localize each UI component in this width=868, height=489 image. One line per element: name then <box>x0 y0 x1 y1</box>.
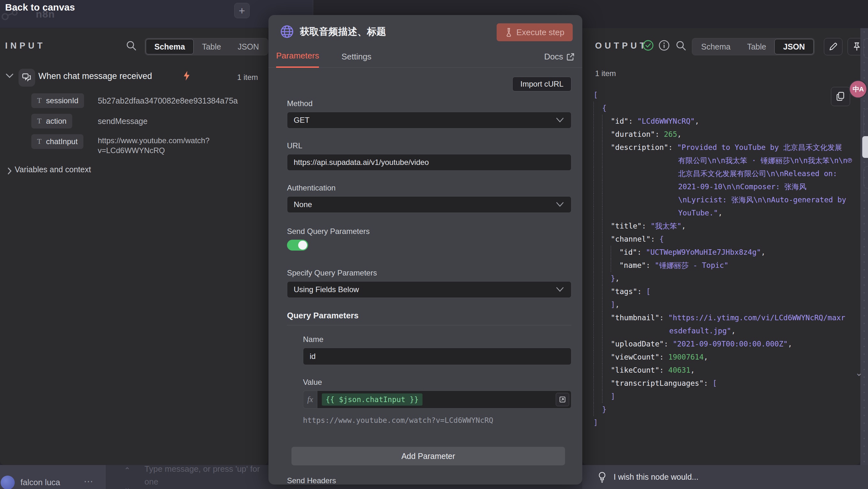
field-name: chatInput <box>46 137 78 146</box>
tab-input-json[interactable]: JSON <box>229 39 268 54</box>
edit-output-button[interactable] <box>824 38 842 55</box>
field-value-sessionid: 5b27ab2dfaa3470082e8ee931384a75a <box>98 96 238 106</box>
indent-guide <box>593 259 602 272</box>
indent-guide <box>593 233 602 246</box>
schema-field-chatinput[interactable]: T chatInput <box>31 134 84 149</box>
send-query-toggle[interactable] <box>287 240 308 251</box>
background-node-outline <box>864 38 868 58</box>
authentication-label: Authentication <box>287 183 571 192</box>
chevron-up-icon[interactable]: ⌃ <box>124 466 130 475</box>
pencil-icon <box>829 42 838 51</box>
indent-guide <box>602 325 611 337</box>
background-node-outline <box>864 166 868 189</box>
input-panel: INPUT Schema Table JSON When chat messag… <box>0 28 268 465</box>
authentication-select[interactable]: None <box>287 196 571 213</box>
json-line: "id": "UCTWepW9YoMuHIe7JHbx8z4g", <box>593 246 852 259</box>
expand-expression-button[interactable] <box>556 393 569 406</box>
chevron-down-icon <box>556 202 564 207</box>
indent-guide <box>593 403 602 416</box>
background-node-outline <box>864 109 868 139</box>
tab-output-json[interactable]: JSON <box>774 39 813 54</box>
json-line: "duration": 265, <box>593 128 852 141</box>
json-line: { <box>593 102 852 115</box>
node-feedback-bar[interactable]: I wish this node would... <box>582 465 868 489</box>
expand-chevron-icon[interactable] <box>7 167 12 175</box>
chat-input-placeholder: one <box>145 477 158 487</box>
input-items-count: 1 item <box>237 73 258 82</box>
json-line: [ <box>593 89 852 102</box>
docs-link[interactable]: Docs <box>544 52 575 67</box>
json-line: }, <box>593 272 852 285</box>
tab-settings[interactable]: Settings <box>341 47 371 67</box>
tab-output-schema[interactable]: Schema <box>693 39 739 54</box>
schema-field-action[interactable]: T action <box>31 114 72 128</box>
scroll-down-chevron-icon[interactable]: ⌄ <box>855 368 863 378</box>
node-title: 获取音频描述、标题 <box>300 25 386 38</box>
collapsed-panel-handle[interactable] <box>862 136 868 158</box>
json-viewer[interactable]: [{"id": "LCd6WWYNcRQ","duration": 265,"d… <box>593 89 852 429</box>
translate-extension-badge[interactable]: 中A <box>849 80 867 98</box>
session-user-name: falcon luca <box>21 478 60 487</box>
input-node-title[interactable]: When chat message received <box>38 71 152 81</box>
search-icon[interactable] <box>676 40 686 51</box>
specify-query-select[interactable]: Using Fields Below <box>287 281 571 298</box>
add-parameter-button[interactable]: Add Parameter <box>291 447 565 465</box>
fx-icon[interactable]: fx <box>303 391 317 408</box>
execute-step-button[interactable]: Execute step <box>497 23 573 41</box>
indent-guide <box>602 364 611 377</box>
output-items-count: 1 item <box>595 69 616 78</box>
modal-body: Import cURL Method GET URL https://api.s… <box>269 68 582 485</box>
json-line: "name": "锤娜丽莎 - Topic" <box>593 259 852 272</box>
param-name-input[interactable]: id <box>303 348 571 365</box>
divider <box>287 325 571 325</box>
chevron-down-icon[interactable]: ⌄ <box>124 483 130 489</box>
json-line: esdefault.jpg", <box>593 325 852 337</box>
json-line: 2021-09-10\n\nComposer: 张海风 <box>593 180 852 193</box>
back-to-canvas-button[interactable]: Back to canvas <box>5 2 75 13</box>
json-line: "id": "LCd6WWYNcRQ", <box>593 115 852 128</box>
chat-input-placeholder[interactable]: Type message, or press 'up' for <box>145 464 260 474</box>
indent-guide <box>593 311 602 325</box>
field-value-chatinput: https://www.youtube.com/watch? v=LCd6WWY… <box>98 135 210 155</box>
indent-guide <box>593 141 602 154</box>
indent-guide <box>593 390 602 403</box>
tab-output-table[interactable]: Table <box>739 39 775 54</box>
trigger-bolt-icon <box>183 71 190 81</box>
expression-input[interactable]: {{ $json.chatInput }} <box>317 391 571 408</box>
indent-guide <box>593 377 602 390</box>
lightbulb-icon <box>598 471 607 483</box>
chevron-down-icon <box>556 117 564 123</box>
indent-guide <box>602 128 611 141</box>
json-line: "transcriptLanguages": [ <box>593 377 852 390</box>
tab-parameters[interactable]: Parameters <box>276 47 319 68</box>
chat-trigger-node-icon[interactable] <box>19 69 35 87</box>
import-curl-button[interactable]: Import cURL <box>512 77 571 91</box>
info-icon[interactable] <box>658 40 670 51</box>
modal-header: 获取音频描述、标题 Execute step <box>269 15 582 39</box>
json-line: 北京昌禾文化发展有限公司\n\nReleased on: <box>593 167 852 180</box>
input-panel-title: INPUT <box>5 41 45 51</box>
variables-context-toggle[interactable]: Variables and context <box>15 165 91 174</box>
expand-icon <box>559 396 566 403</box>
session-menu-button[interactable]: ⋯ <box>84 476 94 487</box>
collapse-chevron-icon[interactable] <box>5 73 14 79</box>
indent-guide <box>602 272 611 285</box>
search-icon[interactable] <box>126 40 137 51</box>
json-line: "description": "Provided to YouTube by 北… <box>593 141 852 154</box>
schema-field-sessionid[interactable]: T sessionId <box>31 93 84 108</box>
tab-input-schema[interactable]: Schema <box>146 39 194 54</box>
field-name: sessionId <box>46 96 78 105</box>
add-tab-button[interactable]: + <box>234 3 250 18</box>
pin-data-button[interactable] <box>847 38 860 55</box>
json-line: "channel": { <box>593 233 852 246</box>
chevron-down-icon <box>556 287 564 293</box>
external-link-icon <box>566 53 575 61</box>
success-check-icon <box>642 40 654 51</box>
url-label: URL <box>287 141 571 150</box>
indent-guide <box>593 180 602 193</box>
tab-input-table[interactable]: Table <box>194 39 229 54</box>
method-select[interactable]: GET <box>287 112 571 128</box>
url-input[interactable]: https://api.supadata.ai/v1/youtube/video <box>287 154 571 171</box>
json-line: } <box>593 403 852 416</box>
input-display-mode-tabs: Schema Table JSON <box>145 38 268 55</box>
